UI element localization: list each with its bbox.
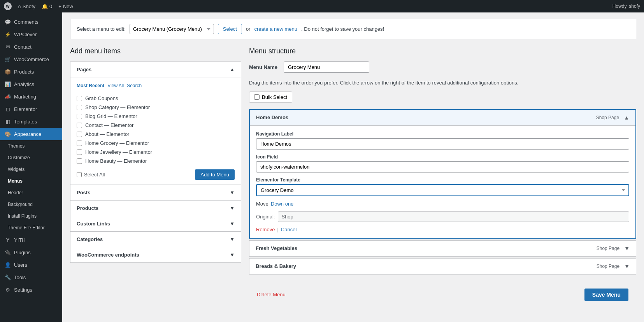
sidebar-item-yith[interactable]: Y YITH	[0, 234, 62, 246]
sidebar-item-label: Install Plugins	[8, 213, 37, 219]
bulk-select-button[interactable]: Bulk Select	[249, 91, 292, 103]
page-checkbox-7[interactable]	[77, 150, 82, 155]
sidebar-item-header[interactable]: Header	[0, 187, 62, 199]
sidebar-item-customize[interactable]: Customize	[0, 152, 62, 164]
plus-icon: +	[58, 4, 61, 9]
page-label: About — Elementor	[85, 131, 129, 137]
add-to-menu-button[interactable]: Add to Menu	[195, 169, 235, 180]
menu-item-home-demos-header[interactable]: Home Demos Shop Page ▲	[250, 110, 635, 126]
sidebar-item-woocommerce[interactable]: 🛒 WooCommerce	[0, 53, 62, 65]
menu-name-input[interactable]	[284, 62, 369, 73]
sidebar-item-analytics[interactable]: 📊 Analytics	[0, 78, 62, 90]
sidebar-item-templates[interactable]: ◧ Templates	[0, 115, 62, 128]
sidebar-item-label: Widgets	[8, 167, 25, 172]
menu-item-header-right: Shop Page ▼	[597, 245, 630, 252]
page-checkbox-3[interactable]	[77, 114, 82, 119]
menu-item-breads-bakery-header[interactable]: Breads & Bakery Shop Page ▼	[249, 259, 636, 274]
sidebar-item-background[interactable]: Background	[0, 199, 62, 210]
categories-accordion-header[interactable]: Categories ▼	[70, 232, 241, 247]
menu-select-dropdown[interactable]: Grocery Menu (Grocery Menu)	[130, 24, 214, 34]
custom-links-accordion: Custom Links ▼	[70, 216, 241, 232]
page-label: Home Grocery — Elementor	[85, 140, 149, 146]
menu-item-title: Breads & Bakery	[256, 263, 296, 269]
tab-most-recent[interactable]: Most Recent	[77, 82, 104, 89]
sidebar-item-menus[interactable]: Menus	[0, 175, 62, 187]
products-expand-icon: ▼	[230, 205, 235, 211]
bottom-bar: Delete Menu Save Menu	[249, 282, 636, 307]
menu-item-expand-icon[interactable]: ▼	[624, 245, 630, 252]
sidebar-item-contact[interactable]: ✉ Contact	[0, 40, 62, 53]
page-label: Grab Coupons	[85, 95, 118, 101]
sidebar-item-comments[interactable]: 💬 Comments	[0, 16, 62, 28]
sidebar-item-label: Products	[14, 69, 34, 75]
sidebar-item-wpclever[interactable]: ⚡ WPClever	[0, 28, 62, 40]
sidebar-item-marketing[interactable]: 📣 Marketing	[0, 90, 62, 103]
sidebar-item-label: Theme File Editor	[8, 225, 45, 231]
pages-accordion-header[interactable]: Pages ▲	[70, 62, 241, 77]
nav-label-input[interactable]	[256, 138, 629, 150]
sidebar-item-label: Plugins	[14, 250, 31, 255]
pages-tabs-bar: Most Recent View All Search	[77, 82, 235, 89]
menu-name-label: Menu Name	[249, 64, 277, 70]
tab-view-all[interactable]: View All	[107, 82, 124, 89]
select-button[interactable]: Select	[218, 24, 242, 34]
page-checkbox-4[interactable]	[77, 123, 82, 128]
woo-endpoints-accordion-header[interactable]: WooCommerce endpoints ▼	[70, 247, 241, 262]
select-all-label[interactable]: Select All	[77, 172, 105, 178]
wp-logo-icon[interactable]: W	[4, 2, 12, 10]
sidebar-item-settings[interactable]: ⚙ Settings	[0, 283, 62, 296]
page-checkbox-5[interactable]	[77, 132, 82, 137]
elementor-template-label: Elementor Template	[256, 177, 629, 183]
save-menu-button[interactable]: Save Menu	[584, 289, 628, 301]
create-new-menu-link[interactable]: create a new menu	[254, 26, 297, 32]
sidebar-item-plugins[interactable]: 🔌 Plugins	[0, 246, 62, 259]
posts-accordion: Posts ▼	[70, 185, 241, 201]
sidebar-item-appearance[interactable]: 🎨 Appearance	[0, 128, 62, 140]
pages-list: Grab Coupons Shop Category — Elementor B…	[77, 94, 235, 165]
notif-bar-item[interactable]: 🔔 0	[42, 4, 52, 9]
page-checkbox-8[interactable]	[77, 158, 82, 164]
elementor-template-row: Elementor Template Grocery Demo Jeweller…	[256, 177, 629, 196]
sidebar-item-tools[interactable]: 🔧 Tools	[0, 271, 62, 283]
custom-links-label: Custom Links	[77, 221, 110, 227]
bulk-select-label: Bulk Select	[262, 94, 287, 100]
posts-expand-icon: ▼	[230, 190, 235, 195]
page-checkbox-2[interactable]	[77, 105, 82, 110]
elementor-template-select[interactable]: Grocery Demo Jewellery Demo Beauty Demo …	[256, 184, 629, 196]
sidebar-item-install-plugins[interactable]: Install Plugins	[0, 210, 62, 222]
site-name-bar-item[interactable]: ⌂ Shofy	[18, 4, 35, 9]
sidebar-item-products[interactable]: 📦 Products	[0, 65, 62, 78]
sidebar-item-elementor[interactable]: ◻ Elementor	[0, 103, 62, 115]
custom-links-accordion-header[interactable]: Custom Links ▼	[70, 216, 241, 231]
menu-item-expand-icon[interactable]: ▼	[624, 263, 630, 269]
menu-select-bar: Select a menu to edit: Grocery Menu (Gro…	[70, 19, 636, 39]
products-accordion-header[interactable]: Products ▼	[70, 201, 241, 216]
nav-label-row: Navigation Label	[256, 131, 629, 150]
original-input	[278, 211, 629, 222]
icon-field-row: Icon Field	[256, 154, 629, 172]
categories-label: Categories	[77, 236, 103, 242]
bulk-select-checkbox[interactable]	[254, 94, 260, 100]
sidebar-item-users[interactable]: 👤 Users	[0, 259, 62, 271]
menu-item-collapse-icon[interactable]: ▲	[624, 114, 629, 121]
sidebar-item-themes[interactable]: Themes	[0, 140, 62, 152]
menu-item-fresh-vegetables-header[interactable]: Fresh Vegetables Shop Page ▼	[249, 241, 636, 256]
tab-search[interactable]: Search	[127, 82, 142, 89]
sidebar-item-theme-file-editor[interactable]: Theme File Editor	[0, 222, 62, 234]
select-all-checkbox[interactable]	[77, 172, 82, 177]
new-bar-item[interactable]: + New	[58, 4, 73, 9]
page-checkbox-1[interactable]	[77, 96, 82, 101]
cancel-link[interactable]: Cancel	[281, 227, 297, 232]
woo-endpoints-accordion: WooCommerce endpoints ▼	[70, 247, 241, 263]
icon-field-input[interactable]	[256, 161, 629, 172]
down-one-link[interactable]: Down one	[271, 201, 294, 207]
sidebar-item-label: WPClever	[14, 32, 37, 37]
posts-accordion-header[interactable]: Posts ▼	[70, 185, 241, 200]
remove-link[interactable]: Remove	[256, 227, 275, 232]
categories-accordion: Categories ▼	[70, 232, 241, 247]
sidebar-item-widgets[interactable]: Widgets	[0, 164, 62, 175]
delete-menu-link[interactable]: Delete Menu	[257, 292, 286, 297]
list-item: Shop Category — Elementor	[77, 103, 235, 112]
list-item: Blog Grid — Elementor	[77, 112, 235, 121]
page-checkbox-6[interactable]	[77, 141, 82, 146]
